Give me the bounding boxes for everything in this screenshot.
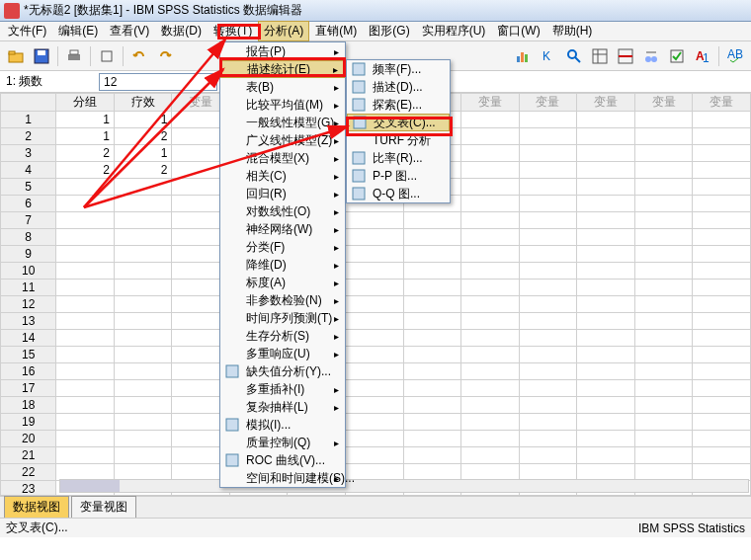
row-header[interactable]: 14: [1, 330, 56, 347]
cell[interactable]: [519, 447, 577, 464]
menu-6[interactable]: 直销(M): [309, 21, 363, 41]
cell[interactable]: [519, 112, 577, 128]
cell[interactable]: [461, 363, 520, 380]
cell[interactable]: [577, 112, 635, 128]
insert-case-icon[interactable]: [614, 44, 637, 68]
cell[interactable]: [634, 145, 693, 162]
cell[interactable]: [577, 414, 635, 431]
menu-9[interactable]: 窗口(W): [491, 21, 545, 41]
menu-item[interactable]: 多重插补(I)▸: [220, 380, 345, 398]
cell[interactable]: [519, 397, 577, 414]
cell[interactable]: [114, 397, 172, 414]
cell[interactable]: [634, 280, 693, 296]
spellcheck-icon[interactable]: ABC: [723, 44, 747, 68]
cell[interactable]: [403, 414, 461, 431]
menu-item[interactable]: 探索(E)...: [347, 96, 450, 114]
menu-item[interactable]: 回归(R)▸: [220, 185, 345, 202]
cell[interactable]: [114, 363, 172, 380]
cell[interactable]: [403, 296, 461, 313]
cell[interactable]: [114, 212, 172, 229]
cell[interactable]: [346, 263, 404, 280]
cell[interactable]: [634, 447, 693, 464]
row-header[interactable]: 13: [1, 313, 56, 330]
cell[interactable]: [346, 313, 404, 330]
cell[interactable]: [114, 380, 172, 397]
cell[interactable]: [519, 280, 577, 296]
cell[interactable]: [577, 162, 635, 179]
menu-analyze[interactable]: 报告(P)▸描述统计(E)▸表(B)▸比较平均值(M)▸一般线性模型(G)▸广义…: [219, 41, 346, 488]
cell[interactable]: [634, 347, 693, 363]
cell[interactable]: [403, 363, 461, 380]
col-header[interactable]: 变量: [461, 94, 520, 112]
cell[interactable]: [56, 212, 115, 229]
cell[interactable]: [461, 296, 520, 313]
print-icon[interactable]: [62, 44, 86, 68]
menu-item[interactable]: 表(B)▸: [220, 78, 345, 96]
row-header[interactable]: 4: [1, 162, 56, 179]
menu-item[interactable]: 非参数检验(N)▸: [220, 291, 345, 309]
row-header[interactable]: 19: [1, 414, 56, 431]
row-header[interactable]: 9: [1, 246, 56, 263]
cell[interactable]: [519, 128, 577, 145]
cell[interactable]: [461, 263, 520, 280]
cell[interactable]: [403, 246, 461, 263]
cell[interactable]: [403, 280, 461, 296]
cell[interactable]: [693, 246, 751, 263]
row-header[interactable]: 5: [1, 179, 56, 196]
cell[interactable]: [461, 145, 520, 162]
cell[interactable]: [634, 263, 693, 280]
cell[interactable]: [114, 196, 172, 212]
cell[interactable]: [519, 380, 577, 397]
menu-item[interactable]: 频率(F)...: [347, 60, 450, 78]
cell[interactable]: [346, 229, 404, 246]
cell[interactable]: [346, 380, 404, 397]
menu-item[interactable]: Q-Q 图...: [347, 185, 450, 202]
cell[interactable]: [403, 330, 461, 347]
menu-item[interactable]: 缺失值分析(Y)...: [220, 362, 345, 380]
cell[interactable]: [577, 246, 635, 263]
cell[interactable]: [461, 112, 520, 128]
menu-item[interactable]: 神经网络(W)▸: [220, 220, 345, 238]
cell[interactable]: [346, 246, 404, 263]
cell[interactable]: [461, 330, 520, 347]
row-header[interactable]: 6: [1, 196, 56, 212]
col-header[interactable]: 变量: [634, 94, 693, 112]
cell[interactable]: [114, 414, 172, 431]
menu-0[interactable]: 文件(F): [2, 21, 52, 41]
menu-item[interactable]: 比较平均值(M)▸: [220, 96, 345, 114]
menu-item[interactable]: P-P 图...: [347, 167, 450, 185]
cell[interactable]: [577, 313, 635, 330]
cell[interactable]: [403, 447, 461, 464]
cell[interactable]: [577, 447, 635, 464]
cell[interactable]: [461, 128, 520, 145]
cell[interactable]: [634, 414, 693, 431]
menu-item[interactable]: ROC 曲线(V)...: [220, 451, 345, 469]
menu-item[interactable]: 生存分析(S)▸: [220, 327, 345, 345]
cell[interactable]: [114, 347, 172, 363]
cell[interactable]: [56, 347, 115, 363]
cell[interactable]: [403, 464, 461, 481]
cell[interactable]: [56, 397, 115, 414]
menu-4[interactable]: 转换(T): [208, 21, 258, 41]
save-icon[interactable]: [30, 44, 53, 68]
cell[interactable]: [577, 179, 635, 196]
cell[interactable]: [634, 246, 693, 263]
cell[interactable]: [634, 212, 693, 229]
cell[interactable]: [403, 212, 461, 229]
menu-7[interactable]: 图形(G): [363, 21, 415, 41]
cell[interactable]: [577, 128, 635, 145]
cell[interactable]: 2: [114, 128, 172, 145]
menu-5[interactable]: 分析(A): [258, 21, 309, 41]
cell[interactable]: [634, 380, 693, 397]
chart-icon[interactable]: [511, 44, 535, 68]
cell[interactable]: [519, 363, 577, 380]
cell[interactable]: [693, 128, 751, 145]
cell[interactable]: [346, 330, 404, 347]
cell[interactable]: [577, 296, 635, 313]
cell[interactable]: [634, 128, 693, 145]
undo-icon[interactable]: [127, 44, 151, 68]
cell[interactable]: [519, 196, 577, 212]
cell[interactable]: [56, 246, 115, 263]
cell[interactable]: [56, 414, 115, 431]
cell[interactable]: [403, 431, 461, 447]
